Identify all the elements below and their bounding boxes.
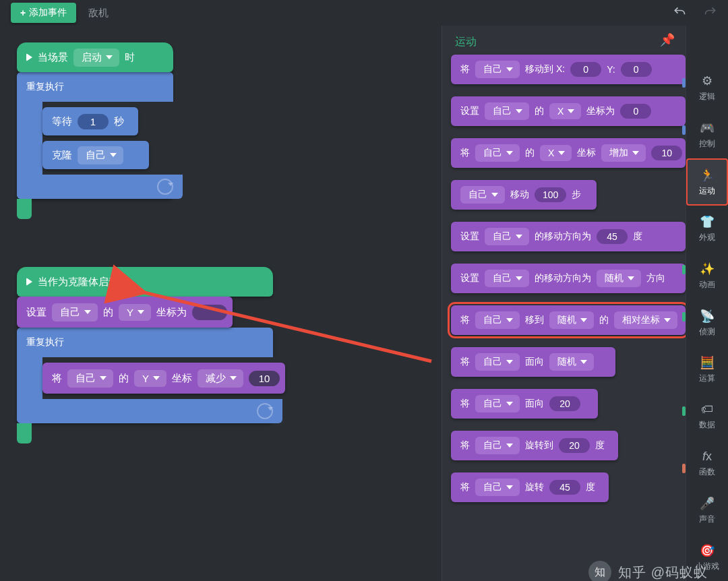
undo-icon[interactable] <box>673 5 686 21</box>
hat2-label: 当作为克隆体启动时 <box>38 276 129 288</box>
loop-icon <box>157 179 173 195</box>
edge-tick <box>682 312 686 322</box>
control-icon: 🎮 <box>700 121 715 135</box>
hat1-dropdown[interactable]: 启动 <box>73 49 119 67</box>
pb-move-to-relative[interactable]: 将 自己 移到 随机 的 相对坐标 <box>451 305 686 335</box>
stack-end-1 <box>17 199 32 219</box>
hat1-prefix: 当场景 <box>38 51 68 64</box>
play-icon <box>26 278 32 286</box>
sound-icon: 🎤 <box>700 496 715 511</box>
watermark-avatar: 知 <box>588 561 611 581</box>
pb-set-dir-deg[interactable]: 设置 自己 的移动方向为 45 度 <box>451 222 686 251</box>
stack-end-2 <box>17 423 32 444</box>
edge-tick <box>682 78 686 88</box>
edge-tick <box>682 464 686 473</box>
edge-tick <box>682 406 686 416</box>
cat-data[interactable]: 🏷数据 <box>686 393 728 440</box>
hat1-suffix: 时 <box>125 51 135 64</box>
redo-icon[interactable] <box>704 5 717 21</box>
pb-rotate-by[interactable]: 将 自己 旋转 45 度 <box>451 472 609 502</box>
pb-move-steps[interactable]: 自己 移动 100 步 <box>451 180 597 210</box>
mini-icon: 🎯 <box>700 543 715 558</box>
logic-icon: ⚙ <box>702 73 712 88</box>
anim-icon: ✨ <box>700 262 715 276</box>
pb-rotate-to[interactable]: 将 自己 旋转到 20 度 <box>451 431 618 460</box>
pb-move-to-xy[interactable]: 将 自己 移动到 X: 0 Y: 0 <box>451 55 686 84</box>
dec-value[interactable]: 10 <box>249 371 280 386</box>
add-event-button[interactable]: + 添加事件 <box>11 3 76 23</box>
set-axis-dd[interactable]: Y <box>119 304 151 321</box>
dec-y-block[interactable]: 将 自己 的 Y 坐标 减少 10 <box>42 363 285 394</box>
dec-target-dd[interactable]: 自己 <box>67 369 113 388</box>
loop-label-2: 重复执行 <box>26 336 64 348</box>
loop-icon <box>257 403 273 419</box>
wait-block[interactable]: 等待 1 秒 <box>42 107 138 135</box>
pin-icon[interactable]: 📌 <box>660 32 675 47</box>
cat-control[interactable]: 🎮控制 <box>686 112 728 159</box>
cat-func[interactable]: fx函数 <box>686 440 728 487</box>
block-palette: 运动 📌 将 自己 移动到 X: 0 Y: 0 设置 自己 的 X <box>442 26 686 581</box>
block-canvas[interactable]: 当场景 启动 时 重复执行 等待 1 秒 克 <box>0 26 442 581</box>
look-icon: 👕 <box>700 214 715 229</box>
clone-dropdown[interactable]: 自己 <box>78 146 123 164</box>
clone-block[interactable]: 克隆 自己 <box>42 141 149 169</box>
panel-title: 运动 <box>455 35 686 49</box>
topbar: + 添加事件 敌机 <box>0 0 728 26</box>
add-event-label: 添加事件 <box>29 7 67 19</box>
pb-change-coord[interactable]: 将 自己 的 X 坐标 增加 10 <box>451 138 686 168</box>
cat-motion[interactable]: 🏃运动 <box>686 158 728 206</box>
pb-set-dir-random[interactable]: 设置 自己 的移动方向为 随机 方向 <box>451 264 686 293</box>
cat-logic[interactable]: ⚙逻辑 <box>686 65 728 112</box>
dec-op-dd[interactable]: 减少 <box>198 369 243 388</box>
dec-axis-dd[interactable]: Y <box>134 370 166 387</box>
pb-face-deg[interactable]: 将 自己 面向 20 <box>451 389 598 419</box>
plus-icon: + <box>20 7 26 18</box>
tab-enemy[interactable]: 敌机 <box>88 7 109 20</box>
cat-calc[interactable]: 🧮运算 <box>686 346 728 394</box>
wait-value[interactable]: 1 <box>78 114 109 129</box>
edge-tick <box>682 125 686 135</box>
loop-forever[interactable]: 重复执行 等待 1 秒 克隆 自己 <box>17 72 173 199</box>
set-y-block[interactable]: 设置 自己 的 Y 坐标为 <box>17 297 233 328</box>
sense-icon: 📡 <box>700 309 715 324</box>
func-icon: fx <box>702 450 712 464</box>
watermark: 知 知乎 @码蚁蚁 <box>588 561 708 581</box>
loop-label: 重复执行 <box>26 81 64 93</box>
watermark-text: 知乎 @码蚁蚁 <box>618 563 708 582</box>
motion-icon: 🏃 <box>700 168 715 183</box>
cat-anim[interactable]: ✨动画 <box>686 253 728 300</box>
edge-tick <box>682 265 686 274</box>
data-icon: 🏷 <box>701 402 713 417</box>
set-target-dd[interactable]: 自己 <box>52 303 98 322</box>
hat-scene-start[interactable]: 当场景 启动 时 <box>17 42 173 72</box>
cat-sense[interactable]: 📡侦测 <box>686 299 728 346</box>
loop-forever-2[interactable]: 重复执行 将 自己 的 Y 坐标 减少 10 <box>17 328 273 423</box>
hat-clone-start[interactable]: 当作为克隆体启动时 <box>17 267 273 297</box>
pb-face-random[interactable]: 将 自己 面向 随机 <box>451 347 615 377</box>
cat-sound[interactable]: 🎤声音 <box>686 487 728 534</box>
set-value[interactable] <box>192 305 227 320</box>
category-column: ⚙逻辑 🎮控制 🏃运动 👕外观 ✨动画 📡侦测 🧮运算 🏷数据 fx函数 🎤声音… <box>686 26 728 581</box>
cat-look[interactable]: 👕外观 <box>686 206 728 253</box>
pb-set-coord[interactable]: 设置 自己 的 X 坐标为 0 <box>451 96 686 126</box>
calc-icon: 🧮 <box>700 355 715 370</box>
play-icon <box>26 53 32 61</box>
